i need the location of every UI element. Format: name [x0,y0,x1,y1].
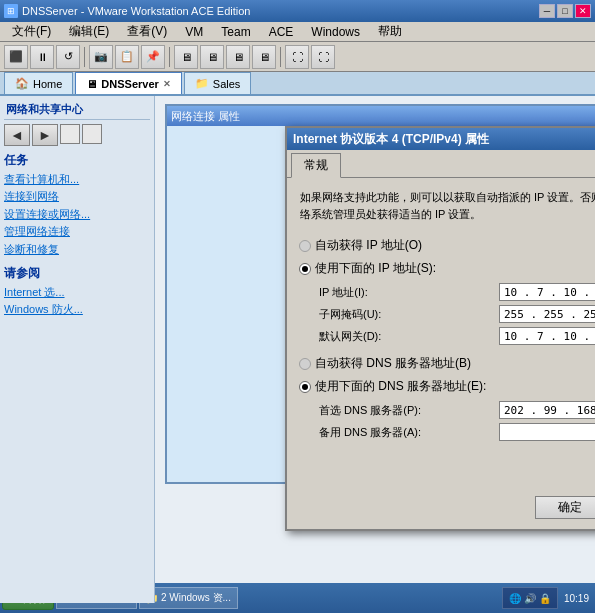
menu-edit[interactable]: 编辑(E) [61,21,117,42]
dialog-description: 如果网络支持此功能，则可以以获取自动指派的 IP 设置。否则， 您需要从网络系统… [299,188,595,223]
menu-windows[interactable]: Windows [303,23,368,41]
menu-file[interactable]: 文件(F) [4,21,59,42]
taskbar-item-label-1: 2 Windows 资... [161,591,231,605]
toolbar-pause-btn[interactable]: ⏸ [30,45,54,69]
toolbar-fullscreen2-btn[interactable]: ⛶ [311,45,335,69]
title-bar-controls: ─ □ ✕ [539,4,591,18]
dialog-tab-general[interactable]: 常规 [291,153,341,178]
close-button[interactable]: ✕ [575,4,591,18]
minimize-button[interactable]: ─ [539,4,555,18]
manual-dns-group: 使用下面的 DNS 服务器地址(E): [299,378,595,395]
manual-dns-radio[interactable] [299,381,311,393]
toolbar-snap1-btn[interactable]: 📷 [89,45,113,69]
sys-tray: 🌐 🔊 🔒 [502,587,558,609]
dialog-title-text: Internet 协议版本 4 (TCP/IPv4) 属性 [293,131,489,148]
ip-field-row-1: 子网掩码(U): 255 . 255 . 255 . 0 [319,305,595,323]
auto-dns-radio[interactable] [299,358,311,370]
manual-dns-row: 使用下面的 DNS 服务器地址(E): [299,378,595,395]
toolbar-snap3-btn[interactable]: 📌 [141,45,165,69]
manual-ip-radio[interactable] [299,263,311,275]
dns-field-value-1[interactable] [499,423,595,441]
left-link-4[interactable]: 诊断和修复 [4,242,150,257]
ip-fields-group: IP 地址(I): 10 . 7 . 10 . 50 子网掩码(U): 255 … [319,283,595,345]
toolbar-net1-btn[interactable]: 🖥 [174,45,198,69]
dialog-tabs: 常规 [287,150,595,178]
toolbar-net2-btn[interactable]: 🖥 [200,45,224,69]
toolbar-power-btn[interactable]: ⬛ [4,45,28,69]
main-area: 网络和共享中心 ◄ ► 任务 查看计算机和... 连接到网络 设置连接或网络..… [0,96,595,603]
auto-ip-radio[interactable] [299,240,311,252]
dns-field-value-0[interactable]: 202 . 99 . 168 . 8 [499,401,595,419]
toolbar-fullscreen-btn[interactable]: ⛶ [285,45,309,69]
tab-dnsserver[interactable]: 🖥 DNSServer ✕ [75,72,181,94]
menu-view[interactable]: 查看(V) [119,21,175,42]
clock: 10:19 [560,593,593,604]
toolbar-sep-3 [280,47,281,67]
tab-dnsserver-label: DNSServer [101,78,158,90]
nav-back-btn[interactable]: ◄ [4,124,30,146]
bg-win-title-bar: 网络连接 属性 ─ □ ✕ [167,106,595,126]
menu-team[interactable]: Team [213,23,258,41]
ip-field-label-1: 子网掩码(U): [319,307,499,322]
left-panel-title: 网络和共享中心 [4,100,150,120]
left-link-3[interactable]: 管理网络连接 [4,224,150,239]
ip-field-label-2: 默认网关(D): [319,329,499,344]
ip-field-row-2: 默认网关(D): 10 . 7 . 10 . 1 [319,327,595,345]
tab-dnsserver-close[interactable]: ✕ [163,79,171,89]
tcpip-dialog: Internet 协议版本 4 (TCP/IPv4) 属性 ? ✕ 常规 如果网… [285,126,595,531]
menu-ace[interactable]: ACE [261,23,302,41]
toolbar-snap2-btn[interactable]: 📋 [115,45,139,69]
dns-fields-group: 首选 DNS 服务器(P): 202 . 99 . 168 . 8 备用 DNS… [319,401,595,441]
nav-forward-btn[interactable]: ► [32,124,58,146]
auto-ip-row: 自动获得 IP 地址(O) [299,237,595,254]
auto-dns-group: 自动获得 DNS 服务器地址(B) [299,355,595,372]
network-tray-icon: 🌐 [509,593,521,604]
maximize-button[interactable]: □ [557,4,573,18]
dialog-body: 如果网络支持此功能，则可以以获取自动指派的 IP 设置。否则， 您需要从网络系统… [287,178,595,461]
ip-field-row-0: IP 地址(I): 10 . 7 . 10 . 50 [319,283,595,301]
toolbar-net4-btn[interactable]: 🖥 [252,45,276,69]
title-bar-left: ⊞ DNSServer - VMware Workstation ACE Edi… [4,4,250,18]
folder-icon: 📁 [195,77,209,90]
ip-field-value-2[interactable]: 10 . 7 . 10 . 1 [499,327,595,345]
manual-ip-row: 使用下面的 IP 地址(S): [299,260,595,277]
security-tray-icon: 🔒 [539,593,551,604]
toolbar-sep-1 [84,47,85,67]
nav-btn-row: ◄ ► [4,124,150,146]
see-also-link-0[interactable]: Internet 选... [4,285,150,300]
tab-home[interactable]: 🏠 Home [4,72,73,94]
tab-home-label: Home [33,78,62,90]
server-icon: 🖥 [86,78,97,90]
left-link-2[interactable]: 设置连接或网络... [4,207,150,222]
see-also-header: 请参阅 [4,265,150,282]
auto-ip-group: 自动获得 IP 地址(O) [299,237,595,254]
dns-field-row-1: 备用 DNS 服务器(A): [319,423,595,441]
tasks-header: 任务 [4,152,150,169]
ip-field-value-0[interactable]: 10 . 7 . 10 . 50 [499,283,595,301]
left-link-1[interactable]: 连接到网络 [4,189,150,204]
bg-win-title-text: 网络连接 属性 [171,109,240,124]
ip-field-value-1[interactable]: 255 . 255 . 255 . 0 [499,305,595,323]
menu-vm[interactable]: VM [177,23,211,41]
manual-ip-label: 使用下面的 IP 地址(S): [315,260,436,277]
ok-button[interactable]: 确定 [535,496,595,519]
ip-field-label-0: IP 地址(I): [319,285,499,300]
right-panel: 网络连接 属性 ─ □ ✕ Internet 协议版本 4 (TCP/IPv4)… [155,96,595,603]
volume-tray-icon: 🔊 [524,593,536,604]
auto-ip-label: 自动获得 IP 地址(O) [315,237,422,254]
menu-bar: 文件(F) 编辑(E) 查看(V) VM Team ACE Windows 帮助 [0,22,595,42]
manual-ip-group: 使用下面的 IP 地址(S): [299,260,595,277]
nav-icon1 [60,124,80,144]
dns-field-row-0: 首选 DNS 服务器(P): 202 . 99 . 168 . 8 [319,401,595,419]
tab-sales[interactable]: 📁 Sales [184,72,252,94]
menu-help[interactable]: 帮助 [370,21,410,42]
toolbar-net3-btn[interactable]: 🖥 [226,45,250,69]
see-also-link-1[interactable]: Windows 防火... [4,302,150,317]
tab-sales-label: Sales [213,78,241,90]
left-link-0[interactable]: 查看计算机和... [4,172,150,187]
dialog-footer: 确定 取消 [287,488,595,529]
app-icon: ⊞ [4,4,18,18]
toolbar-restart-btn[interactable]: ↺ [56,45,80,69]
dns-section: 自动获得 DNS 服务器地址(B) 使用下面的 DNS 服务器地址(E): 首 [299,355,595,441]
app-title: DNSServer - VMware Workstation ACE Editi… [22,5,250,17]
